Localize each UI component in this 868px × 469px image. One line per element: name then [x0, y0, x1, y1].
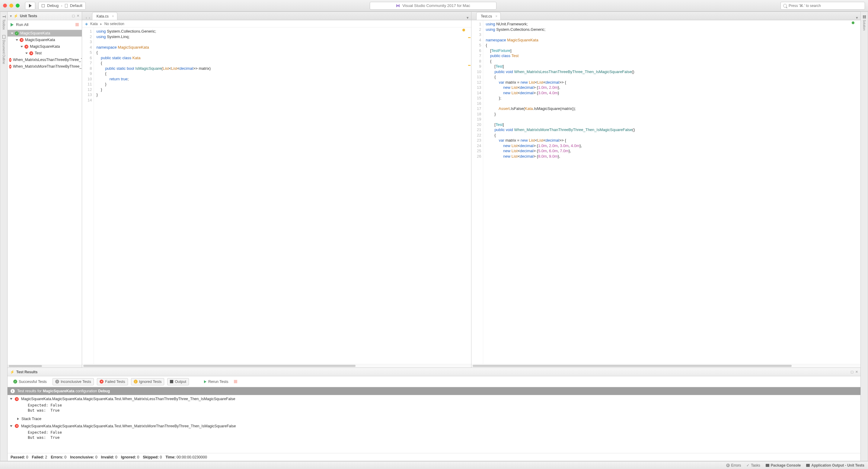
run-icon — [204, 380, 207, 383]
tree-root[interactable]: ✓MagicSquareKata — [7, 30, 82, 36]
statusbar: ✕Errors ✓Tasks Package Console Applicati… — [0, 461, 868, 469]
rail-tab-doc-outline[interactable]: Document Outline — [1, 33, 6, 66]
zoom-icon[interactable] — [16, 4, 20, 7]
config-default: Default — [70, 3, 83, 8]
rail-tab-toolbox[interactable]: TToolbox — [1, 13, 7, 31]
tab-strip-left: ‹ › Kata.cs× ▾ — [82, 12, 471, 20]
run-button[interactable] — [25, 2, 35, 10]
tree-test-1[interactable]: ✕When_MatrixIsLessThanThreeByThree_Then_… — [7, 56, 82, 63]
banner-text: Test results for MagicSquareKata configu… — [17, 389, 110, 393]
filter-inconclusive[interactable]: ?Inconclusive Tests — [53, 378, 94, 385]
tree-test-class[interactable]: ✕Test — [7, 50, 82, 56]
test-results-title: Test Results — [16, 370, 849, 374]
breadcrumb-sel: No selection — [104, 22, 124, 26]
close-panel-icon[interactable]: ✕ — [77, 14, 80, 18]
close-tab-icon[interactable]: × — [495, 14, 497, 19]
window-controls — [3, 4, 20, 7]
left-rail: TToolbox Document Outline — [0, 11, 7, 461]
rerun-tests-button[interactable]: Rerun Tests — [201, 378, 231, 385]
ok-dot-icon — [852, 22, 855, 24]
nav-back-icon[interactable]: ‹ — [86, 16, 87, 20]
tab-dropdown-icon[interactable]: ▾ — [467, 16, 469, 20]
nav-fwd-icon[interactable]: › — [89, 16, 90, 20]
test-results-body[interactable]: ✕MagicSquareKata.MagicSquareKata.MagicSq… — [7, 395, 861, 453]
breadcrumb-left[interactable]: ◈ Kata ▸ No selection — [82, 20, 471, 28]
run-all-button[interactable]: Run All — [16, 22, 28, 27]
filter-failed[interactable]: ✕Failed Tests — [97, 378, 128, 385]
code-body[interactable]: using NUnit.Framework;using System.Colle… — [483, 20, 861, 364]
scrollbar-thumb[interactable] — [473, 365, 792, 367]
search-input[interactable] — [788, 4, 862, 8]
unit-tests-tree[interactable]: ✓MagicSquareKata ✕MagicSquareKata ✕Magic… — [7, 29, 82, 364]
error-strip — [857, 22, 860, 363]
warn-marker-icon — [468, 37, 470, 38]
filter-success[interactable]: ✓Successful Tests — [10, 378, 50, 385]
bolt-icon: ⚡ — [10, 370, 14, 374]
status-errors[interactable]: ✕Errors — [726, 463, 741, 468]
code-body[interactable]: using System.Collections.Generic;using S… — [94, 28, 471, 364]
test-results-banner: i Test results for MagicSquareKata confi… — [7, 387, 861, 395]
autohide-icon[interactable]: ▢ — [850, 370, 854, 374]
stop-icon[interactable] — [75, 23, 79, 26]
titlebar: Debug › Default ⋈ Visual Studio Communit… — [0, 0, 868, 11]
stack-trace-row[interactable]: Stack Trace — [17, 415, 861, 423]
error-strip — [467, 29, 470, 363]
editor-hscroll[interactable] — [471, 364, 861, 368]
project-icon — [42, 4, 45, 7]
run-icon[interactable] — [10, 23, 13, 27]
chevron-down-icon[interactable]: ▾ — [10, 14, 12, 18]
file-icon — [65, 4, 68, 7]
run-config-selector[interactable]: Debug › Default — [38, 2, 86, 10]
autohide-icon[interactable]: ▢ — [72, 14, 75, 18]
global-search[interactable] — [780, 2, 865, 10]
output-icon — [170, 380, 173, 383]
result-row[interactable]: ✕MagicSquareKata.MagicSquareKata.MagicSq… — [7, 396, 861, 402]
ignored-icon: ! — [134, 380, 137, 384]
status-app-output[interactable]: Application Output - Unit Tests — [806, 463, 864, 468]
fail-icon: ✕ — [15, 397, 19, 401]
scrollbar-thumb[interactable] — [9, 365, 42, 367]
fail-icon: ✕ — [9, 65, 11, 68]
chevron-right-icon — [17, 418, 19, 420]
chevron-right-icon: ▸ — [100, 22, 102, 26]
tab-kata[interactable]: Kata.cs× — [92, 12, 117, 20]
fail-icon: ✕ — [100, 380, 103, 384]
tree-ns[interactable]: ✕MagicSquareKata — [7, 36, 82, 43]
code-area-test[interactable]: 1234567891011121314151617181920212223242… — [471, 20, 861, 364]
fail-icon: ✕ — [25, 45, 28, 49]
filter-ignored[interactable]: !Ignored Tests — [131, 378, 164, 385]
solution-icon — [863, 16, 866, 19]
tree-class[interactable]: ✕MagicSquareKata — [7, 43, 82, 50]
editors: ‹ › Kata.cs× ▾ ◈ Kata ▸ No selection 123… — [82, 11, 861, 368]
inconclusive-icon: ? — [55, 380, 59, 384]
search-icon — [783, 4, 787, 7]
status-package-console[interactable]: Package Console — [766, 463, 801, 468]
unit-tests-hscroll[interactable] — [7, 364, 82, 368]
close-panel-icon[interactable]: ✕ — [855, 370, 858, 374]
result-row[interactable]: ✕MagicSquareKata.MagicSquareKata.MagicSq… — [7, 423, 861, 429]
check-icon: ✓ — [746, 463, 749, 468]
top-row: ▾ ⚡ Unit Tests ▢ ✕ Run All ✓MagicSquareK… — [7, 11, 861, 368]
tab-test[interactable]: Test.cs× — [476, 12, 501, 20]
fail-icon: ✕ — [9, 58, 11, 62]
filter-output[interactable]: Output — [167, 378, 189, 385]
editor-hscroll[interactable] — [82, 364, 471, 368]
tree-test-2[interactable]: ✕When_MatrixIsMoreThanThreeByThree_Then_… — [7, 63, 82, 70]
minimize-icon[interactable] — [9, 4, 13, 7]
chevron-down-icon — [25, 53, 28, 54]
status-tasks[interactable]: ✓Tasks — [746, 463, 760, 468]
rail-tab-solution[interactable]: Solution — [862, 13, 867, 32]
scrollbar-thumb[interactable] — [83, 365, 355, 367]
info-icon: i — [10, 389, 15, 393]
terminal-icon — [806, 464, 810, 467]
test-results-header: ⚡ Test Results ▢ ✕ — [7, 368, 861, 376]
stop-icon[interactable] — [234, 380, 237, 383]
test-results-panel: ⚡ Test Results ▢ ✕ ✓Successful Tests ?In… — [7, 368, 861, 461]
main-area: TToolbox Document Outline ▾ ⚡ Unit Tests… — [0, 11, 868, 461]
code-area-kata[interactable]: 1234567891011121314 using System.Collect… — [82, 28, 471, 364]
close-tab-icon[interactable]: × — [112, 14, 114, 19]
tab-dropdown-icon[interactable]: ▾ — [856, 16, 858, 20]
test-results-filters: ✓Successful Tests ?Inconclusive Tests ✕F… — [7, 376, 861, 387]
unit-tests-title: Unit Tests — [20, 14, 70, 18]
close-icon[interactable] — [3, 4, 7, 7]
